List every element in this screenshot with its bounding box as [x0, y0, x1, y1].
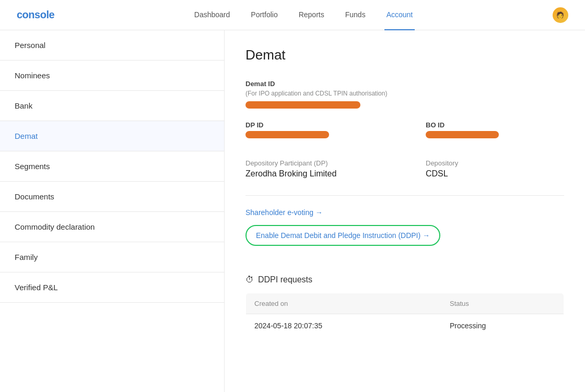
bo-id-group: BO ID: [426, 121, 564, 151]
dp-group: Depository Participant (DP) Zerodha Brok…: [245, 159, 384, 179]
main-nav: Dashboard Portfolio Reports Funds Accoun…: [192, 0, 415, 30]
avatar[interactable]: 🧑: [553, 7, 568, 23]
sidebar-item-verified-pl[interactable]: Verified P&L: [0, 272, 224, 303]
demat-id-redacted: [245, 101, 360, 109]
ddpi-section-title: DDPI requests: [258, 275, 312, 284]
cell-created-on: 2024-05-18 20:07:35: [246, 314, 441, 338]
cell-status: Processing: [441, 314, 564, 338]
clock-icon: ⏱: [245, 275, 254, 284]
ddpi-enable-wrapper: Enable Demat Debit and Pledge Instructio…: [245, 225, 440, 260]
main-content: Demat Demat ID (For IPO application and …: [225, 30, 585, 392]
section-divider: [245, 195, 564, 196]
sidebar-item-commodity-declaration[interactable]: Commodity declaration: [0, 212, 224, 242]
shareholder-evoting-link[interactable]: Shareholder e-voting →: [245, 208, 323, 217]
nav-portfolio[interactable]: Portfolio: [249, 0, 279, 30]
table-row: 2024-05-18 20:07:35Processing: [246, 314, 564, 338]
bo-id-redacted: [426, 131, 499, 138]
col-status: Status: [441, 293, 564, 314]
header-right: 🧑: [553, 7, 568, 23]
nav-dashboard[interactable]: Dashboard: [192, 0, 232, 30]
app-logo[interactable]: console: [17, 9, 54, 21]
ddpi-requests-table: Created on Status 2024-05-18 20:07:35Pro…: [245, 293, 564, 338]
demat-id-sublabel: (For IPO application and CDSL TPIN autho…: [245, 90, 564, 97]
sidebar-item-documents[interactable]: Documents: [0, 182, 224, 212]
ddpi-section-header: ⏱ DDPI requests: [245, 275, 564, 284]
bo-id-label: BO ID: [426, 121, 564, 129]
sidebar-item-nominees[interactable]: Nominees: [0, 61, 224, 91]
page-layout: Personal Nominees Bank Demat Segments Do…: [0, 30, 585, 392]
depository-group: Depository CDSL: [426, 159, 564, 179]
dp-id-redacted: [245, 131, 329, 138]
sidebar-item-segments[interactable]: Segments: [0, 151, 224, 182]
sidebar-item-family[interactable]: Family: [0, 242, 224, 272]
app-header: console Dashboard Portfolio Reports Fund…: [0, 0, 585, 30]
demat-id-label: Demat ID: [245, 80, 564, 88]
dp-field-label: Depository Participant (DP): [245, 159, 384, 167]
col-created-on: Created on: [246, 293, 441, 314]
dp-bo-row: DP ID BO ID: [245, 121, 564, 151]
ddpi-enable-link[interactable]: Enable Demat Debit and Pledge Instructio…: [245, 225, 440, 246]
sidebar-item-demat[interactable]: Demat: [0, 121, 224, 151]
sidebar: Personal Nominees Bank Demat Segments Do…: [0, 30, 225, 392]
demat-id-section: Demat ID (For IPO application and CDSL T…: [245, 80, 564, 109]
nav-funds[interactable]: Funds: [343, 0, 368, 30]
dp-id-label: DP ID: [245, 121, 384, 129]
nav-reports[interactable]: Reports: [297, 0, 326, 30]
depository-field-label: Depository: [426, 159, 564, 167]
sidebar-item-bank[interactable]: Bank: [0, 91, 224, 121]
depository-value: CDSL: [426, 169, 564, 179]
nav-account[interactable]: Account: [384, 0, 415, 30]
sidebar-item-personal[interactable]: Personal: [0, 30, 224, 61]
dp-id-group: DP ID: [245, 121, 384, 151]
dp-value: Zerodha Broking Limited: [245, 169, 384, 179]
depository-row: Depository Participant (DP) Zerodha Brok…: [245, 159, 564, 179]
table-header-row: Created on Status: [246, 293, 564, 314]
page-title: Demat: [245, 47, 564, 63]
